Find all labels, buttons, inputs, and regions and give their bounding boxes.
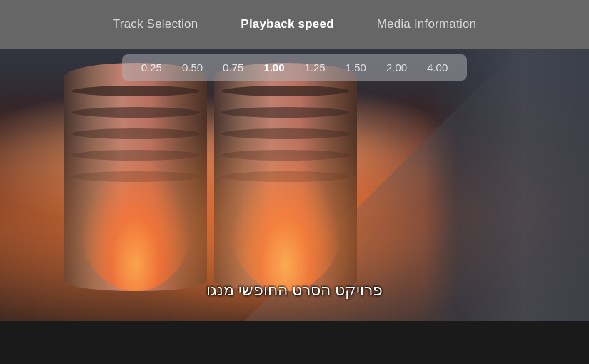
speed-bar-container: 0.25 0.50 0.75 1.00 1.25 1.50 2.00 4.00 (0, 54, 589, 81)
speed-selector: 0.25 0.50 0.75 1.00 1.25 1.50 2.00 4.00 (122, 54, 468, 81)
top-nav-bar: Track Selection Playback speed Media Inf… (0, 0, 589, 49)
speed-0-50[interactable]: 0.50 (173, 58, 212, 77)
speed-0-75[interactable]: 0.75 (213, 58, 253, 77)
speed-4-00[interactable]: 4.00 (418, 58, 457, 77)
speed-1-25[interactable]: 1.25 (296, 58, 335, 77)
video-background: פרויקט הסרט החופשי מנגו (0, 49, 589, 321)
speed-2-00[interactable]: 2.00 (377, 58, 416, 77)
speed-0-25[interactable]: 0.25 (132, 58, 171, 77)
scaffold-right (425, 49, 589, 321)
nav-playback-speed[interactable]: Playback speed (241, 17, 333, 31)
nav-track-selection[interactable]: Track Selection (113, 17, 198, 31)
speed-1-50[interactable]: 1.50 (336, 58, 376, 77)
speed-1-00[interactable]: 1.00 (254, 58, 293, 77)
bottom-bar (0, 321, 589, 364)
nav-media-information[interactable]: Media Information (377, 17, 476, 31)
subtitle-text: פרויקט הסרט החופשי מנגו (206, 281, 383, 300)
cylinder-left (64, 63, 207, 291)
cylinder-right (214, 63, 357, 291)
video-area: פרויקט הסרט החופשי מנגו (0, 49, 589, 321)
